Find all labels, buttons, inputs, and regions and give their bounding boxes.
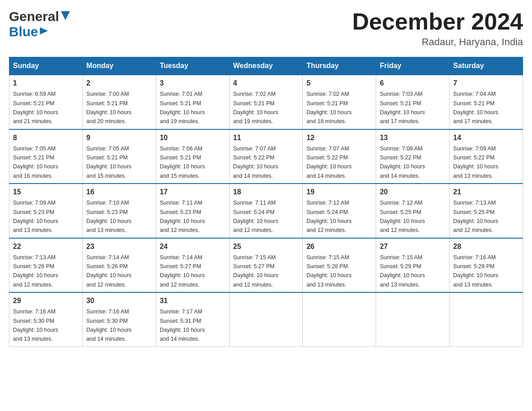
calendar-cell: 5 Sunrise: 7:02 AMSunset: 5:21 PMDayligh… xyxy=(303,75,376,129)
weekday-header-row: Sunday Monday Tuesday Wednesday Thursday… xyxy=(9,57,523,75)
day-info: Sunrise: 7:02 AMSunset: 5:21 PMDaylight:… xyxy=(306,91,352,124)
day-info: Sunrise: 7:15 AMSunset: 5:29 PMDaylight:… xyxy=(380,254,425,288)
day-number: 3 xyxy=(160,78,226,89)
day-info: Sunrise: 7:05 AMSunset: 5:21 PMDaylight:… xyxy=(13,146,58,179)
month-title: December 2024 xyxy=(352,9,523,34)
calendar-cell: 16 Sunrise: 7:10 AMSunset: 5:23 PMDaylig… xyxy=(82,184,156,238)
calendar-cell: 6 Sunrise: 7:03 AMSunset: 5:21 PMDayligh… xyxy=(376,75,450,129)
calendar-cell: 23 Sunrise: 7:14 AMSunset: 5:26 PMDaylig… xyxy=(82,238,156,293)
day-info: Sunrise: 7:09 AMSunset: 5:23 PMDaylight:… xyxy=(13,200,58,233)
calendar-cell: 22 Sunrise: 7:13 AMSunset: 5:26 PMDaylig… xyxy=(9,238,83,293)
calendar-cell: 14 Sunrise: 7:09 AMSunset: 5:22 PMDaylig… xyxy=(450,129,523,184)
day-number: 5 xyxy=(306,78,372,89)
day-number: 28 xyxy=(453,241,519,252)
day-number: 7 xyxy=(453,78,519,89)
day-number: 17 xyxy=(160,187,226,197)
day-info: Sunrise: 7:06 AMSunset: 5:21 PMDaylight:… xyxy=(160,146,205,179)
calendar-cell: 4 Sunrise: 7:02 AMSunset: 5:21 PMDayligh… xyxy=(229,75,303,129)
day-info: Sunrise: 7:03 AMSunset: 5:21 PMDaylight:… xyxy=(380,91,425,124)
day-number: 8 xyxy=(13,133,79,143)
day-info: Sunrise: 7:01 AMSunset: 5:21 PMDaylight:… xyxy=(160,91,205,124)
calendar-cell: 27 Sunrise: 7:15 AMSunset: 5:29 PMDaylig… xyxy=(376,238,450,293)
day-info: Sunrise: 7:08 AMSunset: 5:22 PMDaylight:… xyxy=(380,146,425,179)
day-info: Sunrise: 7:02 AMSunset: 5:21 PMDaylight:… xyxy=(233,91,279,124)
day-info: Sunrise: 7:16 AMSunset: 5:30 PMDaylight:… xyxy=(86,308,132,342)
logo-general-line: General xyxy=(9,9,70,24)
calendar-cell: 13 Sunrise: 7:08 AMSunset: 5:22 PMDaylig… xyxy=(376,129,450,184)
calendar-cell: 10 Sunrise: 7:06 AMSunset: 5:21 PMDaylig… xyxy=(156,129,229,184)
day-info: Sunrise: 7:13 AMSunset: 5:25 PMDaylight:… xyxy=(453,200,498,233)
day-info: Sunrise: 7:16 AMSunset: 5:29 PMDaylight:… xyxy=(453,254,498,288)
page-header: General Blue December 2024 Radaur, Harya… xyxy=(9,9,523,48)
calendar-cell: 30 Sunrise: 7:16 AMSunset: 5:30 PMDaylig… xyxy=(82,292,156,347)
day-info: Sunrise: 7:07 AMSunset: 5:22 PMDaylight:… xyxy=(306,146,352,179)
calendar-cell: 7 Sunrise: 7:04 AMSunset: 5:21 PMDayligh… xyxy=(450,75,523,129)
day-number: 15 xyxy=(13,187,79,197)
day-info: Sunrise: 7:12 AMSunset: 5:24 PMDaylight:… xyxy=(306,200,352,233)
day-number: 30 xyxy=(86,295,152,306)
day-info: Sunrise: 7:12 AMSunset: 5:25 PMDaylight:… xyxy=(380,200,425,233)
day-number: 1 xyxy=(13,78,79,89)
week-row-2: 8 Sunrise: 7:05 AMSunset: 5:21 PMDayligh… xyxy=(9,129,523,184)
day-number: 16 xyxy=(86,187,152,197)
day-number: 4 xyxy=(233,78,299,89)
day-info: Sunrise: 7:11 AMSunset: 5:23 PMDaylight:… xyxy=(160,200,205,233)
calendar-cell: 9 Sunrise: 7:05 AMSunset: 5:21 PMDayligh… xyxy=(82,129,156,184)
week-row-5: 29 Sunrise: 7:16 AMSunset: 5:30 PMDaylig… xyxy=(9,292,523,347)
day-number: 13 xyxy=(380,133,446,143)
calendar-cell: 26 Sunrise: 7:15 AMSunset: 5:28 PMDaylig… xyxy=(303,238,376,293)
day-info: Sunrise: 7:05 AMSunset: 5:21 PMDaylight:… xyxy=(86,146,132,179)
location-label: Radaur, Haryana, India xyxy=(352,36,523,48)
day-info: Sunrise: 7:13 AMSunset: 5:26 PMDaylight:… xyxy=(13,254,58,288)
day-number: 22 xyxy=(13,241,79,252)
day-info: Sunrise: 7:16 AMSunset: 5:30 PMDaylight:… xyxy=(13,308,58,342)
header-sunday: Sunday xyxy=(9,57,83,75)
calendar-cell: 25 Sunrise: 7:15 AMSunset: 5:27 PMDaylig… xyxy=(229,238,303,293)
calendar-cell: 21 Sunrise: 7:13 AMSunset: 5:25 PMDaylig… xyxy=(450,184,523,238)
calendar-cell: 11 Sunrise: 7:07 AMSunset: 5:22 PMDaylig… xyxy=(229,129,303,184)
day-info: Sunrise: 7:04 AMSunset: 5:21 PMDaylight:… xyxy=(453,91,498,124)
day-number: 6 xyxy=(380,78,446,89)
header-tuesday: Tuesday xyxy=(156,57,229,75)
calendar-cell: 3 Sunrise: 7:01 AMSunset: 5:21 PMDayligh… xyxy=(156,75,229,129)
logo-general-text: General xyxy=(9,9,59,24)
calendar-cell: 15 Sunrise: 7:09 AMSunset: 5:23 PMDaylig… xyxy=(9,184,83,238)
day-number: 9 xyxy=(86,133,152,143)
day-number: 12 xyxy=(306,133,372,143)
day-info: Sunrise: 7:07 AMSunset: 5:22 PMDaylight:… xyxy=(233,146,279,179)
calendar-cell: 17 Sunrise: 7:11 AMSunset: 5:23 PMDaylig… xyxy=(156,184,229,238)
calendar-cell xyxy=(376,292,450,347)
day-info: Sunrise: 7:15 AMSunset: 5:27 PMDaylight:… xyxy=(233,254,279,288)
day-info: Sunrise: 7:11 AMSunset: 5:24 PMDaylight:… xyxy=(233,200,279,233)
header-friday: Friday xyxy=(376,57,450,75)
calendar-cell: 2 Sunrise: 7:00 AMSunset: 5:21 PMDayligh… xyxy=(82,75,156,129)
day-info: Sunrise: 7:00 AMSunset: 5:21 PMDaylight:… xyxy=(86,91,132,124)
day-number: 27 xyxy=(380,241,446,252)
calendar-cell: 8 Sunrise: 7:05 AMSunset: 5:21 PMDayligh… xyxy=(9,129,83,184)
header-thursday: Thursday xyxy=(303,57,376,75)
day-info: Sunrise: 7:14 AMSunset: 5:27 PMDaylight:… xyxy=(160,254,205,288)
day-number: 18 xyxy=(233,187,299,197)
day-number: 10 xyxy=(160,133,226,143)
calendar-table: Sunday Monday Tuesday Wednesday Thursday… xyxy=(9,57,523,347)
day-info: Sunrise: 7:15 AMSunset: 5:28 PMDaylight:… xyxy=(306,254,352,288)
day-info: Sunrise: 6:59 AMSunset: 5:21 PMDaylight:… xyxy=(13,91,58,124)
calendar-cell xyxy=(450,292,523,347)
day-info: Sunrise: 7:09 AMSunset: 5:22 PMDaylight:… xyxy=(453,146,498,179)
day-number: 20 xyxy=(380,187,446,197)
week-row-3: 15 Sunrise: 7:09 AMSunset: 5:23 PMDaylig… xyxy=(9,184,523,238)
day-number: 29 xyxy=(13,295,79,306)
header-saturday: Saturday xyxy=(450,57,523,75)
calendar-cell: 12 Sunrise: 7:07 AMSunset: 5:22 PMDaylig… xyxy=(303,129,376,184)
day-info: Sunrise: 7:10 AMSunset: 5:23 PMDaylight:… xyxy=(86,200,132,233)
calendar-cell: 18 Sunrise: 7:11 AMSunset: 5:24 PMDaylig… xyxy=(229,184,303,238)
day-number: 19 xyxy=(306,187,372,197)
calendar-cell: 19 Sunrise: 7:12 AMSunset: 5:24 PMDaylig… xyxy=(303,184,376,238)
header-monday: Monday xyxy=(82,57,156,75)
day-info: Sunrise: 7:14 AMSunset: 5:26 PMDaylight:… xyxy=(86,254,132,288)
day-number: 25 xyxy=(233,241,299,252)
calendar-cell: 24 Sunrise: 7:14 AMSunset: 5:27 PMDaylig… xyxy=(156,238,229,293)
calendar-cell: 1 Sunrise: 6:59 AMSunset: 5:21 PMDayligh… xyxy=(9,75,83,129)
logo-arrow-icon xyxy=(40,27,48,36)
svg-marker-1 xyxy=(40,27,48,34)
